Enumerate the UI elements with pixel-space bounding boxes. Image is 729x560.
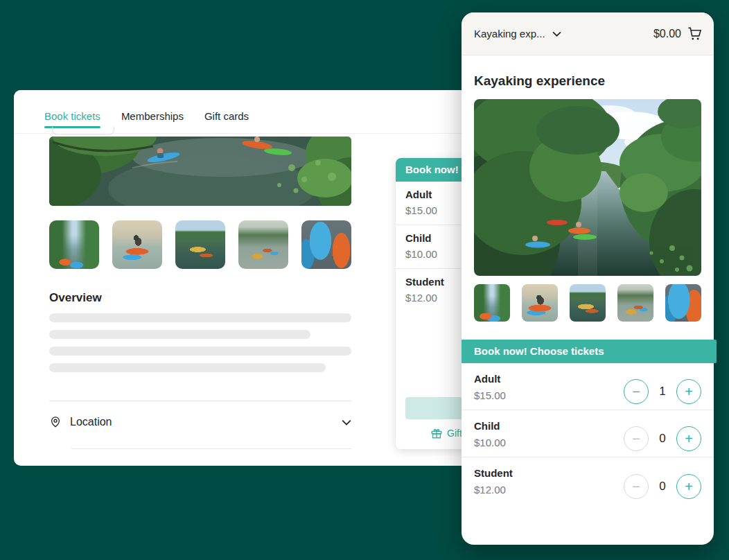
ticket-row-adult: Adult $15.00 − 1 +	[462, 363, 714, 410]
ticket-price: $15.00	[474, 389, 506, 403]
photo-thumbnail[interactable]	[522, 284, 558, 322]
text-placeholder-bar	[49, 313, 351, 322]
event-title: Kayaking experience	[474, 73, 605, 89]
photo-thumbnail[interactable]	[570, 284, 606, 322]
event-photo	[49, 137, 351, 206]
minus-button[interactable]: −	[624, 426, 649, 451]
quantity-value: 1	[657, 385, 668, 399]
gift-link[interactable]: Gift	[430, 427, 462, 439]
tab-book-tickets[interactable]: Book tickets	[44, 110, 100, 122]
photo-thumbnail[interactable]	[617, 284, 653, 322]
cart-total: $0.00	[653, 28, 681, 40]
photo-thumbnail[interactable]	[474, 284, 510, 322]
photo-thumbnail-strip	[474, 284, 701, 322]
photo-thumbnail[interactable]	[301, 220, 351, 269]
text-placeholder-bar	[49, 330, 310, 339]
widget-preview-stage: Book tickets Memberships Gift cards	[0, 0, 729, 560]
event-photo-large	[474, 99, 701, 276]
ticket-price: $10.00	[474, 436, 506, 450]
quantity-stepper: − 0 +	[624, 421, 701, 457]
booking-widget-popup: Kayaking exp... $0.00 Kayakin	[462, 12, 714, 545]
quantity-stepper: − 0 +	[624, 468, 701, 505]
section-divider	[49, 401, 351, 401]
location-label: Location	[70, 416, 112, 428]
plus-button[interactable]: +	[676, 426, 701, 451]
gift-icon	[430, 427, 443, 439]
photo-thumbnail[interactable]	[112, 220, 162, 269]
scrolled-element-fragment	[52, 127, 114, 135]
ticket-name: Child	[474, 419, 506, 433]
cart-icon	[687, 26, 703, 42]
inset-divider	[71, 448, 351, 449]
overview-heading: Overview	[49, 291, 102, 305]
event-selector-label: Kayaking exp...	[474, 28, 545, 40]
book-now-banner: Book now! Choose tickets	[462, 340, 717, 363]
popup-header: Kayaking exp... $0.00	[462, 12, 714, 55]
location-accordion[interactable]: Location	[49, 406, 351, 438]
quantity-stepper: − 1 +	[624, 374, 701, 410]
ticket-row-student: Student $12.00 − 0 +	[462, 457, 714, 505]
plus-button[interactable]: +	[676, 379, 701, 404]
location-pin-icon	[49, 416, 62, 428]
chevron-down-icon	[552, 31, 561, 37]
minus-button[interactable]: −	[624, 379, 649, 404]
ticket-list: Adult $15.00 − 1 + Child $10.00 − 0	[462, 363, 714, 505]
text-placeholder-bar	[49, 347, 351, 356]
gift-link-label: Gift	[447, 428, 462, 439]
photo-thumbnail[interactable]	[175, 220, 225, 269]
tab-memberships[interactable]: Memberships	[121, 110, 184, 122]
overview-placeholder-text	[49, 313, 351, 380]
photo-thumbnail[interactable]	[49, 220, 99, 269]
cart-summary[interactable]: $0.00	[653, 26, 703, 42]
ticket-name: Adult	[474, 372, 506, 386]
plus-button[interactable]: +	[676, 474, 701, 499]
quantity-value: 0	[657, 480, 668, 493]
event-selector-dropdown[interactable]: Kayaking exp...	[474, 28, 561, 40]
ticket-price: $12.00	[474, 483, 513, 497]
ticket-row-child: Child $10.00 − 0 +	[462, 410, 714, 457]
minus-button[interactable]: −	[624, 474, 649, 499]
ticket-name: Student	[474, 466, 513, 480]
quantity-value: 0	[657, 432, 668, 446]
photo-thumbnail[interactable]	[665, 284, 701, 322]
photo-thumbnail-strip	[49, 220, 351, 269]
chevron-down-icon	[342, 419, 351, 426]
text-placeholder-bar	[49, 363, 326, 372]
photo-thumbnail[interactable]	[238, 220, 288, 269]
tab-gift-cards[interactable]: Gift cards	[204, 110, 249, 122]
